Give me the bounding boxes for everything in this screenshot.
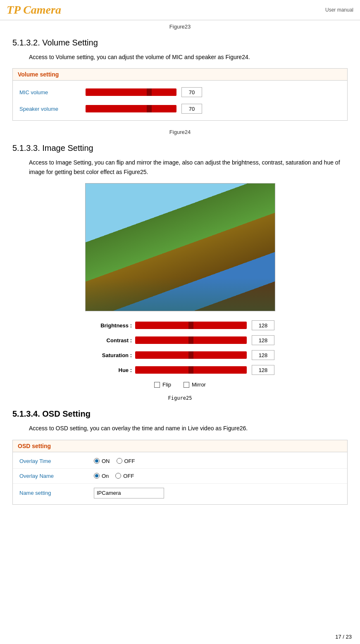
- volume-intro: Access to Volume setting, you can adjust…: [29, 52, 348, 62]
- overlay-time-on-label: ON: [102, 458, 110, 464]
- logo: TP Camera: [7, 3, 61, 17]
- image-intro: Access to Image Setting, you can flip an…: [29, 158, 348, 177]
- figure23-label: Figure23: [12, 24, 348, 30]
- osd-panel-header: OSD setting: [13, 440, 347, 452]
- page-footer: 17 / 23: [335, 634, 352, 640]
- brightness-row: Brightness : 128: [12, 318, 348, 333]
- mirror-checkbox-item[interactable]: Mirror: [184, 382, 206, 388]
- saturation-value: 128: [252, 350, 274, 360]
- overlay-name-label: Overlay Name: [19, 473, 94, 479]
- logo-text: TP Camera: [7, 3, 61, 16]
- brightness-value: 128: [252, 320, 274, 330]
- overlay-time-controls: ON OFF: [94, 458, 135, 464]
- mic-slider-thumb: [147, 88, 152, 96]
- osd-section: 5.1.3.4. OSD Setting Access to OSD setti…: [12, 409, 348, 504]
- name-setting-row: Name setting: [13, 484, 347, 503]
- name-setting-input[interactable]: [94, 488, 164, 499]
- mirror-checkbox[interactable]: [184, 382, 189, 388]
- osd-intro: Access to OSD setting, you can overlay t…: [29, 424, 348, 433]
- hue-thumb: [188, 366, 193, 374]
- mic-label: MIC volume: [19, 89, 86, 95]
- mic-slider[interactable]: [86, 88, 176, 96]
- overlay-time-on-radio[interactable]: ON: [94, 458, 110, 464]
- overlay-time-row: Overlay Time ON OFF: [13, 454, 347, 469]
- overlay-time-off-radio[interactable]: OFF: [117, 458, 135, 464]
- mirror-label: Mirror: [192, 382, 206, 388]
- figure24-label: Figure24: [12, 129, 348, 135]
- overlay-name-on-label: On: [102, 473, 109, 479]
- volume-panel: Volume setting MIC volume 70 Speaker vol…: [12, 68, 348, 121]
- contrast-value: 128: [252, 335, 274, 345]
- volume-panel-body: MIC volume 70 Speaker volume 70: [13, 81, 347, 120]
- speaker-label: Speaker volume: [19, 106, 86, 112]
- camera-preview: [85, 183, 275, 311]
- image-heading: 5.1.3.3. Image Setting: [12, 143, 348, 153]
- overlay-name-off-dot[interactable]: [115, 473, 121, 479]
- overlay-time-off-label: OFF: [124, 458, 135, 464]
- osd-panel: OSD setting Overlay Time ON OFF: [12, 440, 348, 505]
- overlay-name-row: Overlay Name On OFF: [13, 469, 347, 484]
- contrast-row: Contrast : 128: [12, 333, 348, 348]
- overlay-time-on-dot[interactable]: [94, 458, 100, 464]
- saturation-row: Saturation : 128: [12, 348, 348, 363]
- speaker-value: 70: [181, 104, 202, 114]
- mic-value: 70: [181, 87, 202, 97]
- flip-checkbox[interactable]: [154, 382, 160, 388]
- hue-label: Hue :: [86, 367, 135, 373]
- page-header: TP Camera User manual: [0, 0, 360, 20]
- overlay-time-label: Overlay Time: [19, 458, 94, 464]
- overlay-name-on-dot[interactable]: [94, 473, 100, 479]
- contrast-thumb: [188, 336, 193, 344]
- overlay-name-off-label: OFF: [123, 473, 134, 479]
- speaker-slider[interactable]: [86, 105, 176, 112]
- contrast-slider[interactable]: [135, 336, 247, 344]
- overlay-name-on-radio[interactable]: On: [94, 473, 109, 479]
- volume-panel-header: Volume setting: [13, 69, 347, 81]
- hue-value: 128: [252, 365, 274, 375]
- name-setting-label: Name setting: [19, 490, 94, 496]
- saturation-label: Saturation :: [86, 352, 135, 358]
- brightness-label: Brightness :: [86, 322, 135, 329]
- page-content: Figure23 5.1.3.2. Volume Setting Access …: [0, 24, 360, 521]
- name-setting-controls: [94, 488, 164, 499]
- brightness-slider[interactable]: [135, 322, 247, 329]
- overlay-name-controls: On OFF: [94, 473, 134, 479]
- flip-label: Flip: [162, 382, 171, 388]
- osd-panel-body: Overlay Time ON OFF Overlay Na: [13, 452, 347, 504]
- page-number: 17 / 23: [335, 634, 352, 640]
- contrast-label: Contrast :: [86, 337, 135, 343]
- volume-heading: 5.1.3.2. Volume Setting: [12, 38, 348, 48]
- speaker-slider-thumb: [147, 105, 152, 112]
- saturation-slider[interactable]: [135, 351, 247, 359]
- mic-volume-row: MIC volume 70: [19, 84, 341, 100]
- figure25-label: Figure25: [12, 395, 348, 401]
- hue-row: Hue : 128: [12, 363, 348, 377]
- hue-slider[interactable]: [135, 366, 247, 374]
- brightness-thumb: [188, 322, 193, 329]
- flip-checkbox-item[interactable]: Flip: [154, 382, 171, 388]
- flip-mirror-row: Flip Mirror: [12, 377, 348, 392]
- saturation-thumb: [188, 351, 193, 359]
- speaker-volume-row: Speaker volume 70: [19, 100, 341, 117]
- overlay-time-off-dot[interactable]: [117, 458, 122, 464]
- overlay-name-off-radio[interactable]: OFF: [115, 473, 134, 479]
- manual-label: User manual: [325, 7, 353, 13]
- osd-heading: 5.1.3.4. OSD Setting: [12, 409, 348, 419]
